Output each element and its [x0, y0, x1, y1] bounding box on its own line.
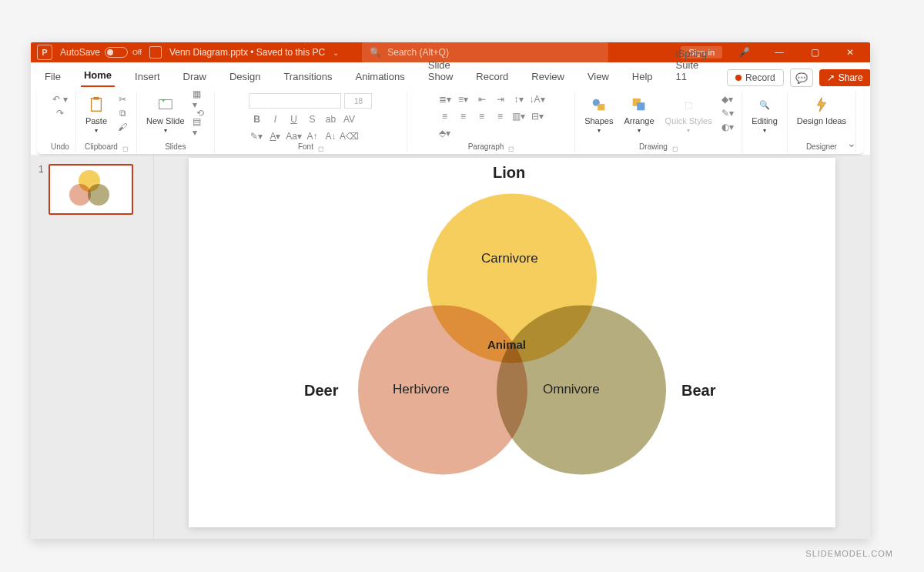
copy-button[interactable]: ⧉ [115, 107, 130, 119]
undo-button[interactable]: ↶ ▾ [52, 93, 68, 105]
mic-icon[interactable]: 🎤 [730, 42, 758, 62]
format-painter-button[interactable]: 🖌 [115, 121, 130, 133]
font-size-select[interactable]: 18 [344, 93, 372, 109]
share-label: Share [839, 72, 863, 83]
underline-button[interactable]: U [286, 113, 301, 125]
design-ideas-button[interactable]: Design Ideas [794, 93, 849, 127]
tab-transitions[interactable]: Transitions [280, 66, 335, 87]
shape-fill-button[interactable]: ◆▾ [720, 93, 735, 105]
slide-thumbnail-1[interactable] [49, 164, 133, 215]
search-input[interactable]: 🔍 Search (Alt+Q) [362, 42, 608, 62]
font-family-select[interactable] [249, 93, 341, 109]
strike-button[interactable]: S [304, 113, 320, 125]
label-omnivore[interactable]: Omnivore [543, 382, 600, 397]
italic-button[interactable]: I [267, 113, 283, 125]
paragraph-launcher-icon[interactable]: ◻ [508, 145, 514, 152]
tab-review[interactable]: Review [528, 66, 567, 87]
columns-button[interactable]: ▥▾ [511, 110, 527, 122]
venn-diagram: Lion Deer Bear Carnivore Herbivore Omniv… [312, 170, 712, 501]
share-button[interactable]: ↗ Share [819, 69, 870, 86]
arrange-button[interactable]: Arrange▾ [621, 93, 657, 135]
document-title[interactable]: Venn Diagram.pptx • Saved to this PC [169, 47, 325, 58]
close-button[interactable]: ✕ [836, 42, 864, 62]
ribbon: ↶ ▾ ↷ Undo Paste ▾ ✂ ⧉ 🖌 [37, 87, 864, 155]
shapes-icon [589, 95, 609, 115]
tab-record[interactable]: Record [473, 66, 511, 87]
grow-font-button[interactable]: A↑ [304, 130, 320, 142]
group-designer: Design Ideas Designer [788, 92, 856, 152]
paste-button[interactable]: Paste ▾ [82, 93, 110, 135]
bullets-button[interactable]: ≣▾ [437, 93, 453, 105]
shadow-button[interactable]: ab [323, 113, 338, 125]
tab-insert[interactable]: Insert [132, 66, 163, 87]
label-bear[interactable]: Bear [681, 382, 715, 400]
new-slide-button[interactable]: + New Slide ▾ [143, 93, 188, 135]
justify-button[interactable]: ≡ [493, 110, 508, 122]
char-spacing-button[interactable]: AV [341, 113, 357, 125]
label-herbivore[interactable]: Herbivore [393, 382, 450, 397]
save-icon[interactable] [149, 46, 162, 59]
label-animal[interactable]: Animal [487, 338, 526, 351]
minimize-button[interactable]: — [765, 42, 793, 62]
highlight-button[interactable]: ✎▾ [249, 130, 264, 142]
line-spacing-button[interactable]: ↕▾ [511, 93, 527, 105]
tab-view[interactable]: View [584, 66, 612, 87]
label-deer[interactable]: Deer [304, 382, 338, 400]
record-button[interactable]: Record [727, 69, 784, 86]
indent-inc-button[interactable]: ⇥ [493, 93, 508, 105]
slide-canvas-area[interactable]: Lion Deer Bear Carnivore Herbivore Omniv… [154, 155, 870, 539]
text-direction-button[interactable]: ↓A▾ [530, 93, 545, 105]
label-carnivore[interactable]: Carnivore [481, 251, 538, 266]
svg-rect-0 [92, 99, 102, 112]
clear-format-button[interactable]: A⌫ [341, 130, 357, 142]
slide-1[interactable]: Lion Deer Bear Carnivore Herbivore Omniv… [189, 158, 835, 527]
shape-effects-button[interactable]: ◐▾ [720, 121, 735, 133]
tab-draw[interactable]: Draw [180, 66, 209, 87]
slide-number: 1 [38, 164, 44, 215]
slide-panel: 1 [31, 155, 154, 539]
tab-file[interactable]: File [42, 66, 64, 87]
tab-slideshow[interactable]: Slide Show [425, 55, 457, 87]
chevron-down-icon[interactable]: ⌄ [333, 49, 339, 57]
shrink-font-button[interactable]: A↓ [323, 130, 338, 142]
tab-design[interactable]: Design [226, 66, 263, 87]
editing-button[interactable]: 🔍 Editing▾ [748, 93, 781, 135]
quick-styles-button[interactable]: ⬚ Quick Styles▾ [662, 93, 715, 135]
find-icon: 🔍 [755, 95, 775, 115]
lightning-icon [812, 95, 832, 115]
shape-outline-button[interactable]: ✎▾ [720, 107, 735, 119]
cut-button[interactable]: ✂ [115, 93, 130, 105]
tab-ispring[interactable]: iSpring Suite 11 [673, 43, 710, 87]
comments-button[interactable]: 💬 [790, 69, 813, 87]
section-button[interactable]: ▤ ▾ [192, 121, 208, 133]
align-text-button[interactable]: ⊟▾ [530, 110, 545, 122]
drawing-launcher-icon[interactable]: ◻ [672, 145, 678, 152]
convert-smartart-button[interactable]: ⬘▾ [437, 127, 453, 139]
layout-button[interactable]: ▦ ▾ [192, 93, 208, 105]
numbering-button[interactable]: ≡▾ [456, 93, 471, 105]
label-lion[interactable]: Lion [493, 164, 525, 182]
tab-home[interactable]: Home [81, 65, 115, 87]
align-center-button[interactable]: ≡ [456, 110, 471, 122]
autosave-toggle[interactable]: AutoSave Off [60, 47, 142, 58]
change-case-button[interactable]: Aa▾ [286, 130, 301, 142]
group-label-editing [764, 142, 766, 152]
collapse-ribbon-icon[interactable]: ⌄ [847, 137, 856, 149]
group-label-clipboard: Clipboard [85, 142, 118, 152]
quick-styles-label: Quick Styles [665, 116, 712, 125]
tab-animations[interactable]: Animations [353, 66, 408, 87]
bold-button[interactable]: B [249, 113, 264, 125]
font-color-button[interactable]: A▾ [267, 130, 283, 142]
tab-help[interactable]: Help [629, 66, 656, 87]
align-right-button[interactable]: ≡ [474, 110, 490, 122]
clipboard-launcher-icon[interactable]: ◻ [122, 145, 128, 152]
font-launcher-icon[interactable]: ◻ [318, 145, 323, 152]
maximize-button[interactable]: ▢ [801, 42, 829, 62]
svg-rect-1 [93, 97, 99, 100]
align-left-button[interactable]: ≡ [437, 110, 453, 122]
redo-button[interactable]: ↷ [52, 107, 68, 119]
toggle-switch-icon[interactable] [105, 47, 128, 58]
shapes-button[interactable]: Shapes▾ [581, 93, 616, 135]
indent-dec-button[interactable]: ⇤ [474, 93, 490, 105]
design-ideas-label: Design Ideas [797, 116, 846, 125]
